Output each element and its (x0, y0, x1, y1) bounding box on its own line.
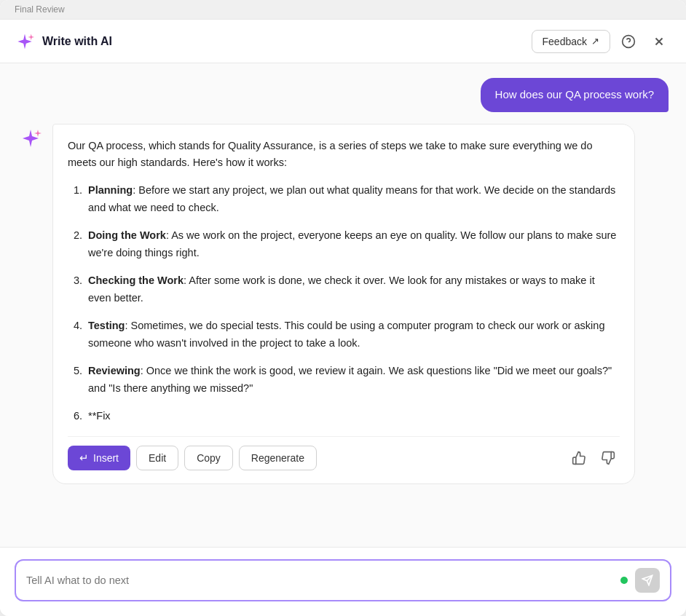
copy-button[interactable]: Copy (184, 446, 233, 470)
user-message: How does our QA process work? (17, 78, 669, 112)
step-5-label: Reviewing (88, 365, 141, 376)
insert-button[interactable]: ↵ Insert (68, 446, 130, 470)
action-toolbar: ↵ Insert Edit Copy Regenerate (68, 436, 620, 470)
insert-label: Insert (93, 452, 119, 464)
thumbs-up-button[interactable] (567, 446, 591, 470)
copy-label: Copy (197, 452, 221, 464)
step-6-label: **Fix (88, 410, 111, 422)
list-item: **Fix (85, 408, 620, 425)
step-2-label: Doing the Work (88, 229, 166, 241)
close-button[interactable] (647, 29, 671, 54)
list-item: Reviewing: Once we think the work is goo… (85, 363, 620, 398)
feedback-button[interactable]: Feedback ↗ (532, 30, 610, 53)
ai-response-bubble: Our QA process, which stands for Quality… (52, 124, 635, 485)
close-icon (653, 35, 666, 48)
edit-button[interactable]: Edit (136, 446, 178, 470)
edit-label: Edit (149, 452, 166, 464)
header-left: Write with AI (15, 31, 112, 52)
thumbs-up-icon (572, 451, 586, 465)
send-button[interactable] (635, 568, 660, 593)
header-right: Feedback ↗ (532, 29, 671, 54)
chat-input[interactable] (26, 574, 613, 586)
send-icon (642, 574, 653, 586)
step-3-label: Checking the Work (88, 275, 184, 286)
feedback-label: Feedback (543, 36, 587, 47)
help-icon (621, 34, 636, 49)
step-4-label: Testing (88, 320, 125, 331)
chat-area: How does our QA process work? Our QA pro… (0, 63, 686, 547)
step-1-text: : Before we start any project, we plan o… (88, 184, 615, 213)
ai-sparkle-icon (15, 31, 35, 52)
ai-panel: Final Review Write with AI Feedback ↗ (0, 0, 686, 616)
input-wrapper (15, 559, 671, 601)
step-1-label: Planning (88, 184, 133, 196)
top-hint-text: Final Review (15, 4, 65, 15)
list-item: Checking the Work: After some work is do… (85, 272, 620, 307)
thumbs-down-button[interactable] (596, 446, 620, 470)
step-4-text: : Sometimes, we do special tests. This c… (88, 320, 604, 349)
regenerate-label: Regenerate (251, 452, 304, 464)
action-toolbar-right (567, 446, 620, 470)
insert-icon: ↵ (79, 451, 89, 465)
thumbs-down-icon (601, 451, 615, 465)
header-title: Write with AI (42, 35, 112, 48)
list-item: Testing: Sometimes, we do special tests.… (85, 317, 620, 352)
help-button[interactable] (616, 29, 641, 54)
ai-message: Our QA process, which stands for Quality… (17, 124, 669, 485)
input-area (0, 547, 686, 616)
status-dot (620, 577, 628, 584)
user-bubble: How does our QA process work? (481, 78, 669, 112)
ai-avatar-icon (17, 125, 44, 151)
ai-steps-list: Planning: Before we start any project, w… (68, 182, 620, 425)
ai-intro-text: Our QA process, which stands for Quality… (68, 138, 620, 173)
list-item: Planning: Before we start any project, w… (85, 182, 620, 217)
step-5-text: : Once we think the work is good, we rev… (88, 365, 612, 394)
top-hint-bar: Final Review (0, 0, 686, 20)
header: Write with AI Feedback ↗ (0, 20, 686, 63)
regenerate-button[interactable]: Regenerate (239, 446, 317, 470)
step-2-text: : As we work on the project, everyone ke… (88, 229, 616, 258)
list-item: Doing the Work: As we work on the projec… (85, 227, 620, 262)
external-link-icon: ↗ (591, 36, 599, 47)
action-toolbar-left: ↵ Insert Edit Copy Regenerate (68, 446, 317, 470)
